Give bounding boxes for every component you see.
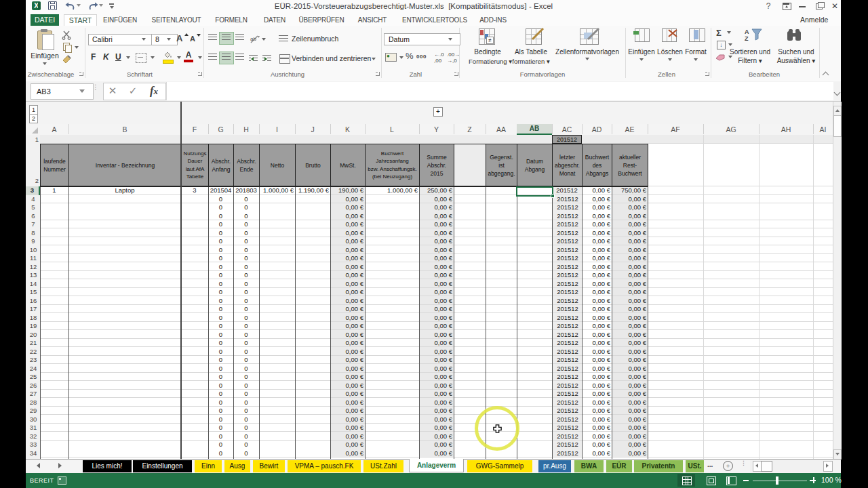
svg-text:ab: ab: [250, 36, 256, 42]
